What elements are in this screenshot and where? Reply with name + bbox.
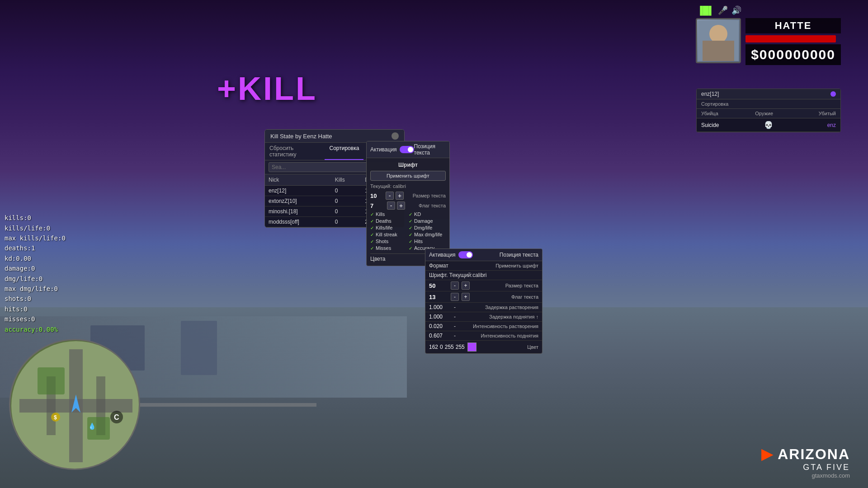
color-swatch[interactable]	[467, 343, 476, 352]
kill-notify-title: enz[12]	[697, 89, 840, 99]
sp2-delay-up-value: 1.000	[429, 314, 454, 320]
player-info: HATTE $000000000	[745, 18, 841, 65]
cb-deaths[interactable]: Deaths	[370, 218, 407, 224]
sp2-delay-fade-label: Задержка растворения	[456, 305, 538, 310]
sp2-delay-fade-value: 1.000	[429, 304, 454, 310]
up-arrow-icon: ↑	[536, 314, 539, 319]
kill-notify-dot	[830, 91, 836, 97]
cb-damage[interactable]: Damage	[409, 218, 446, 224]
sp2-size-value: 50	[429, 282, 449, 289]
size-decrease-2[interactable]: -	[387, 202, 395, 210]
sp2-flag-label: Флаг текста	[471, 294, 538, 300]
sp2-activation-row: Активация	[429, 251, 473, 258]
stat-dmg-per-life: dmg/life:0	[5, 274, 66, 284]
cb-misses[interactable]: Misses	[370, 245, 407, 251]
stat-misses: misses:0	[5, 314, 66, 324]
ks-tab-sort[interactable]: Сортировка	[325, 143, 363, 160]
sp2-size-decrease[interactable]: -	[451, 282, 459, 290]
color-g: 0	[440, 344, 443, 350]
kill-notify-panel[interactable]: enz[12] Сортировка Убийца Оружие Убитый …	[696, 89, 841, 132]
stat-damage: damage:0	[5, 263, 66, 273]
color-b: 255	[445, 344, 454, 350]
svg-rect-9	[38, 367, 65, 394]
sort-label: Сортировка	[701, 101, 836, 107]
col-victim-header: Убитый	[782, 111, 836, 116]
ks-tab-reset[interactable]: Сбросить статистику	[265, 143, 325, 160]
svg-rect-3	[703, 41, 734, 61]
col-weapon-header: Оружие	[755, 111, 782, 116]
player-hud: HATTE $000000000	[696, 18, 841, 65]
money-display: $000000000	[745, 44, 841, 65]
stat-kills: kills:0	[5, 213, 66, 223]
sp2-apply-btn[interactable]: Применить шрифт	[452, 263, 538, 268]
size-increase-2[interactable]: +	[397, 202, 405, 210]
health-bar	[745, 35, 836, 42]
settings-panel2[interactable]: Активация Позиция текста Формат Применит…	[425, 249, 542, 354]
sp2-position-label: Позиция текста	[500, 252, 538, 258]
apply-font-btn[interactable]: Применить шрифт	[370, 171, 446, 181]
stat-max-dmg-per-life: max dmg/life:0	[5, 284, 66, 294]
col-kills: Kills	[331, 174, 362, 186]
activation-toggle[interactable]	[400, 146, 414, 153]
size-decrease-1[interactable]: -	[386, 192, 394, 200]
checkbox-grid: Kills KD Deaths Damage Kills/life Dmg/li…	[370, 211, 446, 251]
size-value-1: 10	[370, 192, 377, 199]
cb-shots[interactable]: Shots	[370, 239, 407, 244]
current-font: Текущий: calibri	[370, 183, 446, 189]
size-controls-1[interactable]: - +	[386, 192, 404, 200]
cb-kills-life[interactable]: Kills/life	[370, 225, 407, 230]
sp2-color-label: Цвет	[476, 344, 538, 350]
cb-dmg-life[interactable]: Dmg/life	[409, 225, 446, 230]
cb-hits[interactable]: Hits	[409, 239, 446, 244]
cb-kd[interactable]: KD	[409, 211, 446, 217]
stat-kd: kd:0.00	[5, 253, 66, 263]
sp2-flag-row: 13 - + Флаг текста	[425, 291, 542, 303]
sp2-size-label: Размер текста	[471, 283, 538, 288]
mic-icon: 🎤	[718, 5, 728, 15]
color-numbers: 162 0 255 255	[429, 344, 465, 350]
sp2-flag-decrease[interactable]: -	[451, 293, 459, 301]
player-name: HATTE	[745, 18, 841, 33]
sp2-activation-label: Активация	[429, 252, 456, 258]
size-row-1: 10 - + Размер текста	[370, 192, 446, 200]
sp2-activation-toggle[interactable]	[458, 251, 473, 258]
svg-text:C: C	[114, 413, 119, 421]
sp2-intensity-up-label: Интенсивность поднятия	[456, 333, 538, 338]
arizona-brand: ▶ ARIZONA	[761, 446, 850, 463]
nick-cell: moddsss[off]	[265, 217, 331, 227]
nick-cell: minoshi.[18]	[265, 206, 331, 217]
avatar	[696, 18, 741, 63]
cb-max-dmg-life[interactable]: Max dmg/life	[409, 232, 446, 237]
arrow-icon: ▶	[761, 446, 774, 462]
arizona-logo: ▶ ARIZONA GTA FIVE gtaxmods.com	[761, 446, 850, 479]
sp2-flag-value: 13	[429, 294, 449, 300]
stat-max-kills-per-life: max kills/life:0	[5, 233, 66, 243]
size-increase-1[interactable]: +	[396, 192, 404, 200]
size-label-1: Размер текста	[413, 193, 446, 198]
arizona-subtitle: GTA FIVE	[761, 463, 850, 472]
sp2-flag-increase[interactable]: +	[462, 293, 470, 301]
size-controls-2[interactable]: - +	[387, 202, 405, 210]
kills-cell: 0	[331, 196, 362, 206]
sound-icon: 🔊	[731, 5, 741, 15]
sp2-intensity-up-value: 0.607	[429, 333, 454, 339]
kill-state-title-text: Kill State by Eenz Hatte	[270, 133, 332, 140]
cb-kills[interactable]: Kills	[370, 211, 407, 217]
size-row-2: 7 - + Флаг текста	[370, 202, 446, 210]
sp2-intensity-up-row: 0.607 - Интенсивность поднятия	[425, 331, 542, 341]
cb-kill-streak[interactable]: Kill streak	[370, 232, 407, 237]
arizona-url: gtaxmods.com	[761, 472, 850, 479]
columns-header: Убийца Оружие Убитый	[697, 109, 840, 118]
nick-cell: extonzZ[10]	[265, 196, 331, 206]
kill-notify-player: enz[12]	[701, 91, 719, 97]
font-panel[interactable]: Активация Позиция текста Шрифт Применить…	[366, 141, 450, 266]
kill-row-killer: Suicide	[701, 122, 755, 128]
sp2-size-row: 50 - + Размер текста	[425, 280, 542, 291]
color-a: 255	[456, 344, 465, 350]
nick-cell: enz[12]	[265, 186, 331, 196]
sp2-size-increase[interactable]: +	[462, 282, 470, 290]
kill-state-close[interactable]	[392, 132, 399, 140]
sp2-font-label: Шрифт. Текущий:calibri	[429, 272, 487, 278]
stats-overlay: kills:0 kills/life:0 max kills/life:0 de…	[5, 213, 66, 334]
stat-deaths: deaths:1	[5, 243, 66, 253]
